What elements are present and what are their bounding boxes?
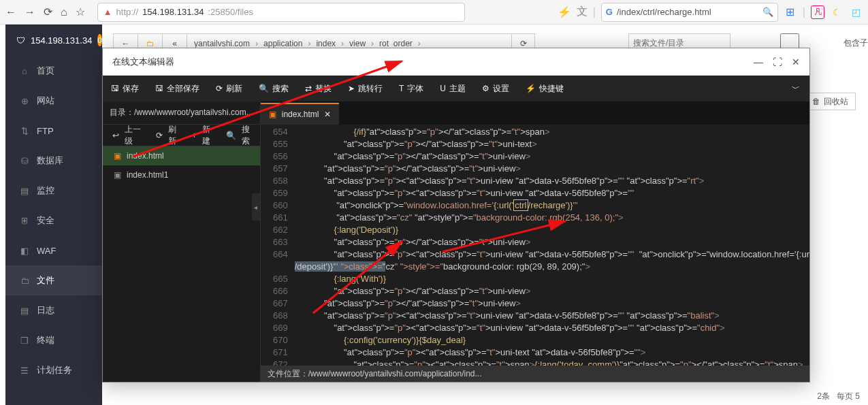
toolbar-全部保存[interactable]: 🖫全部保存 <box>147 76 208 101</box>
recycle-bin-button[interactable]: 🗑 回收站 <box>805 93 856 110</box>
html-icon: ▣ <box>269 110 276 119</box>
close-button[interactable]: ✕ <box>792 56 800 67</box>
sidebar-item-4[interactable]: ▤监控 <box>0 176 102 206</box>
nav-buttons: ← → ⟳ ⌂ ☆ <box>5 5 85 18</box>
sidebar-icon: ◧ <box>19 246 30 256</box>
crumb-segment[interactable]: yantailvshi.com <box>194 39 250 48</box>
toolbar-主题[interactable]: U主题 <box>432 76 474 101</box>
server-ip: 154.198.131.34 <box>31 35 92 46</box>
footer-paging: 2条 每页 5 <box>817 391 860 402</box>
ext-icon-1[interactable]: 凡 <box>811 5 824 19</box>
trash-icon: 🗑 <box>812 97 820 106</box>
back-button[interactable]: ← <box>5 6 16 18</box>
toolbar-快捷键[interactable]: ⚡快捷键 <box>517 76 572 101</box>
sidebar-item-0[interactable]: ⌂首页 <box>0 56 102 86</box>
app-sidebar: 🛡 154.198.131.34 0 ⌂首页⊕网站⇅FTP⛁数据库▤监控⛨安全◧… <box>0 25 102 405</box>
forward-button[interactable]: → <box>25 6 35 18</box>
crumb-separator: › <box>418 39 421 48</box>
bolt-icon[interactable]: ⚡ <box>558 5 571 18</box>
perpage-label: 每页 5 <box>837 391 860 402</box>
sidebar-item-7[interactable]: 🗀文件 <box>0 265 102 295</box>
search-text: /index/ctrl/recharge.html <box>617 7 711 17</box>
browser-toolbar: ← → ⟳ ⌂ ☆ ▲ http:// 154.198.131.34 :2585… <box>0 0 868 25</box>
toolbar-字体[interactable]: T字体 <box>391 76 432 101</box>
address-bar[interactable]: ▲ http:// 154.198.131.34 :25850/files <box>97 3 465 22</box>
sidebar-icon: ❒ <box>19 336 30 346</box>
sidebar-item-8[interactable]: ▤日志 <box>0 295 102 325</box>
sidebar-header: 🛡 154.198.131.34 0 <box>0 25 102 56</box>
editor-statusbar: 文件位置：/www/wwwroot/yantailvshi.com/applic… <box>261 366 809 382</box>
bookmark-icon[interactable]: ☆ <box>76 5 85 18</box>
insecure-icon: ▲ <box>103 7 112 17</box>
sidebar-item-3[interactable]: ⛁数据库 <box>0 146 102 176</box>
translate-icon[interactable]: 文 <box>577 5 588 19</box>
toolbar-right: ⚡ 文 | G /index/ctrl/recharge.html 🔍 ⊞ | … <box>558 3 863 22</box>
toolbar-替换[interactable]: ⇄替换 <box>297 76 340 101</box>
editor-tab[interactable]: ▣ index.html ✕ <box>261 103 340 125</box>
minimize-button[interactable]: — <box>754 56 763 67</box>
url-rest: :25850/files <box>208 7 253 17</box>
sidebar-item-9[interactable]: ❒终端 <box>0 325 102 355</box>
toolbar-刷新[interactable]: ⟳刷新 <box>208 76 251 101</box>
editor-toolbar: 🖫保存🖫全部保存⟳刷新🔍搜索⇄替换➤跳转行T字体U主题⚙设置⚡快捷键 ﹀ <box>103 76 809 101</box>
crumb-segment[interactable]: view <box>349 39 366 48</box>
grid-icon[interactable]: ⊞ <box>784 5 797 19</box>
sidebar-item-2[interactable]: ⇅FTP <box>0 116 102 146</box>
sidebar-icon: ⇅ <box>19 126 30 136</box>
tree-tool-刷新[interactable]: ⟳刷新 <box>149 124 184 147</box>
browser-search[interactable]: G /index/ctrl/recharge.html 🔍 <box>601 3 778 22</box>
sidebar-item-10[interactable]: ☰计划任务 <box>0 355 102 385</box>
url-host: 154.198.131.34 <box>142 7 204 17</box>
editor-title: 在线文本编辑器 <box>112 56 174 68</box>
tree-file[interactable]: ▣index.html <box>103 146 260 165</box>
file-tree-panel: 目录：/www/wwwroot/yantailvshi.com... ↩上一级⟳… <box>103 101 261 382</box>
crumb-separator: › <box>371 39 374 48</box>
crumb-segment[interactable]: index <box>316 39 336 48</box>
toolbar-搜索[interactable]: 🔍搜索 <box>251 76 297 101</box>
code-content[interactable]: {/if}"at">class"p">="p"></"at">class"p">… <box>295 125 809 366</box>
tree-tool-上一级[interactable]: ↩上一级 <box>106 124 148 147</box>
sidebar-item-5[interactable]: ⛨安全 <box>0 206 102 236</box>
maximize-button[interactable]: ⛶ <box>773 56 782 67</box>
toolbar-跳转行[interactable]: ➤跳转行 <box>340 76 391 101</box>
crumb-separator: › <box>255 39 258 48</box>
sidebar-item-6[interactable]: ◧WAF <box>0 236 102 265</box>
crumb-separator: › <box>341 39 344 48</box>
code-editor[interactable]: ◂ ▣ index.html ✕ 65465565665765865966066… <box>261 101 809 382</box>
toolbar-more[interactable]: ﹀ <box>782 83 809 95</box>
toolbar-设置[interactable]: ⚙设置 <box>474 76 517 101</box>
count-label: 2条 <box>817 391 830 402</box>
tab-close-icon[interactable]: ✕ <box>324 110 331 119</box>
tree-path: 目录：/www/wwwroot/yantailvshi.com... <box>103 101 260 125</box>
sidebar-icon: ⊕ <box>19 96 30 106</box>
ext-icon-2[interactable]: ☾ <box>830 5 843 19</box>
sidebar-item-1[interactable]: ⊕网站 <box>0 86 102 116</box>
sidebar-icon: ⛁ <box>19 156 30 166</box>
crumb-separator: › <box>308 39 310 48</box>
tree-tool-搜索[interactable]: 🔍搜索 <box>219 124 257 147</box>
collapse-tree-button[interactable]: ◂ <box>252 193 260 221</box>
sidebar-icon: ⌂ <box>19 66 30 76</box>
text-editor-window: 在线文本编辑器 — ⛶ ✕ 🖫保存🖫全部保存⟳刷新🔍搜索⇄替换➤跳转行T字体U主… <box>102 48 810 383</box>
search-icon: 🔍 <box>762 7 773 17</box>
home-button[interactable]: ⌂ <box>61 6 67 18</box>
sidebar-icon: ⛨ <box>19 216 30 226</box>
line-gutter: 6546556566576586596606616626636646656666… <box>261 125 295 366</box>
separator: | <box>593 6 596 18</box>
tree-tool-新建[interactable]: +新建 <box>185 124 219 147</box>
reload-button[interactable]: ⟳ <box>44 5 52 18</box>
crumb-segment[interactable]: application <box>263 39 302 48</box>
sidebar-icon: ▤ <box>19 186 30 196</box>
crumb-segment[interactable]: rot_order <box>379 39 413 48</box>
notif-badge[interactable]: 0 <box>97 34 101 46</box>
ext-icon-3[interactable]: ◰ <box>849 5 863 19</box>
editor-titlebar[interactable]: 在线文本编辑器 — ⛶ ✕ <box>103 48 809 76</box>
tab-bar: ▣ index.html ✕ <box>261 101 809 125</box>
toolbar-保存[interactable]: 🖫保存 <box>103 76 147 101</box>
sidebar-icon: ☰ <box>19 366 30 376</box>
google-icon: G <box>606 7 613 17</box>
tree-file[interactable]: ▣index.html1 <box>103 165 260 184</box>
shield-icon: 🛡 <box>16 35 25 46</box>
separator: | <box>803 6 805 18</box>
url-scheme: http:// <box>116 7 139 17</box>
